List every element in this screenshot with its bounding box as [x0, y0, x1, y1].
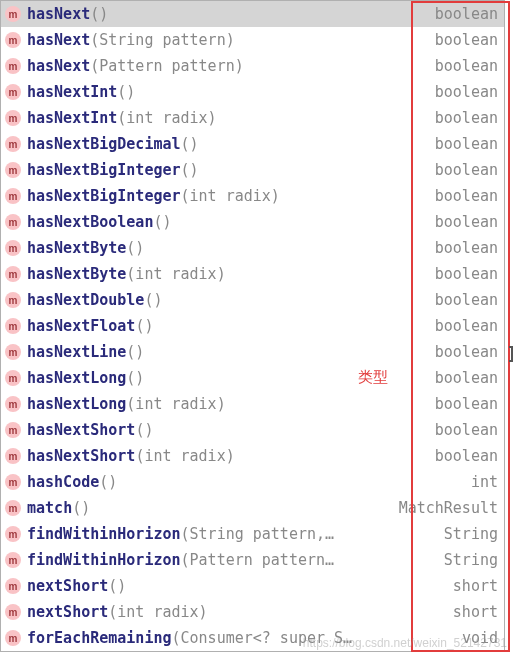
completion-item[interactable]: mhasNextBigInteger()boolean: [1, 157, 504, 183]
method-icon: m: [5, 84, 21, 100]
method-icon: m: [5, 110, 21, 126]
return-type: short: [445, 603, 498, 621]
method-icon: m: [5, 292, 21, 308]
method-params: (String pattern,…: [181, 525, 335, 543]
method-name: nextShort: [27, 577, 108, 595]
method-params: (Pattern pattern…: [181, 551, 335, 569]
method-icon: m: [5, 422, 21, 438]
return-type: boolean: [427, 135, 498, 153]
method-name: hasNextInt: [27, 109, 117, 127]
method-params: (): [117, 83, 135, 101]
completion-item[interactable]: mhasNextLong(int radix)boolean: [1, 391, 504, 417]
return-type: boolean: [427, 421, 498, 439]
method-name: hasNextBigInteger: [27, 187, 181, 205]
method-name: match: [27, 499, 72, 517]
completion-item[interactable]: mhasNextByte()boolean: [1, 235, 504, 261]
return-type: String: [436, 525, 498, 543]
method-name: hasNextBigDecimal: [27, 135, 181, 153]
method-params: (): [99, 473, 117, 491]
completion-item[interactable]: mhasNextInt()boolean: [1, 79, 504, 105]
return-type: boolean: [427, 5, 498, 23]
completion-item[interactable]: mnextShort()short: [1, 573, 504, 599]
method-icon: m: [5, 32, 21, 48]
return-type: boolean: [427, 369, 498, 387]
completion-item[interactable]: mhasNextLine()boolean: [1, 339, 504, 365]
method-params: (int radix): [117, 109, 216, 127]
method-params: (int radix): [126, 265, 225, 283]
method-name: hasNextLong: [27, 395, 126, 413]
completion-item[interactable]: mhasNextLong()boolean: [1, 365, 504, 391]
method-name: findWithinHorizon: [27, 551, 181, 569]
completion-item[interactable]: mhasNextByte(int radix)boolean: [1, 261, 504, 287]
method-icon: m: [5, 344, 21, 360]
return-type: void: [454, 629, 498, 647]
method-name: findWithinHorizon: [27, 525, 181, 543]
method-params: (): [135, 421, 153, 439]
method-name: hasNextShort: [27, 447, 135, 465]
return-type: MatchResult: [391, 499, 498, 517]
return-type: boolean: [427, 83, 498, 101]
return-type: boolean: [427, 161, 498, 179]
completion-item[interactable]: mmatch()MatchResult: [1, 495, 504, 521]
return-type: short: [445, 577, 498, 595]
return-type: boolean: [427, 291, 498, 309]
method-icon: m: [5, 58, 21, 74]
method-params: (): [181, 135, 199, 153]
method-params: (int radix): [135, 447, 234, 465]
return-type: boolean: [427, 395, 498, 413]
completion-item[interactable]: mhasNext(Pattern pattern)boolean: [1, 53, 504, 79]
method-icon: m: [5, 318, 21, 334]
completion-item[interactable]: mhasNextFloat()boolean: [1, 313, 504, 339]
method-params: (): [126, 239, 144, 257]
method-name: hasNext: [27, 31, 90, 49]
method-params: (): [126, 369, 144, 387]
return-type: boolean: [427, 447, 498, 465]
method-name: hasNextShort: [27, 421, 135, 439]
completion-item[interactable]: mhasNextShort(int radix)boolean: [1, 443, 504, 469]
method-icon: m: [5, 500, 21, 516]
method-name: hasNextByte: [27, 239, 126, 257]
completion-item[interactable]: mhasNextShort()boolean: [1, 417, 504, 443]
method-icon: m: [5, 630, 21, 646]
method-name: hasNextLine: [27, 343, 126, 361]
method-name: hasNext: [27, 57, 90, 75]
method-icon: m: [5, 526, 21, 542]
completion-item[interactable]: mhasNextBoolean()boolean: [1, 209, 504, 235]
method-params: (): [108, 577, 126, 595]
method-icon: m: [5, 188, 21, 204]
completion-item[interactable]: mhasNextBigDecimal()boolean: [1, 131, 504, 157]
return-type: boolean: [427, 31, 498, 49]
method-icon: m: [5, 6, 21, 22]
method-name: forEachRemaining: [27, 629, 172, 647]
completion-item[interactable]: mforEachRemaining(Consumer<? super S…voi…: [1, 625, 504, 651]
completion-item[interactable]: mfindWithinHorizon(String pattern,…Strin…: [1, 521, 504, 547]
method-icon: m: [5, 370, 21, 386]
completion-item[interactable]: mhasNextDouble()boolean: [1, 287, 504, 313]
completion-item[interactable]: mhasNext()boolean: [1, 1, 504, 27]
return-type: boolean: [427, 109, 498, 127]
method-name: hasNextLong: [27, 369, 126, 387]
return-type: boolean: [427, 57, 498, 75]
method-icon: m: [5, 448, 21, 464]
method-name: hasNextByte: [27, 265, 126, 283]
method-icon: m: [5, 240, 21, 256]
method-name: hashCode: [27, 473, 99, 491]
method-params: (): [72, 499, 90, 517]
completion-item[interactable]: mhasNext(String pattern)boolean: [1, 27, 504, 53]
completion-item[interactable]: mnextShort(int radix)short: [1, 599, 504, 625]
method-icon: m: [5, 396, 21, 412]
code-completion-popup: mhasNext()booleanmhasNext(String pattern…: [0, 0, 505, 652]
completion-item[interactable]: mhasNextInt(int radix)boolean: [1, 105, 504, 131]
return-type: int: [463, 473, 498, 491]
method-params: (Consumer<? super S…: [172, 629, 353, 647]
method-icon: m: [5, 136, 21, 152]
return-type: boolean: [427, 213, 498, 231]
method-params: (int radix): [108, 603, 207, 621]
completion-item[interactable]: mfindWithinHorizon(Pattern pattern…Strin…: [1, 547, 504, 573]
return-type: boolean: [427, 265, 498, 283]
return-type: boolean: [427, 317, 498, 335]
completion-item[interactable]: mhashCode()int: [1, 469, 504, 495]
method-params: (): [153, 213, 171, 231]
method-params: (): [126, 343, 144, 361]
completion-item[interactable]: mhasNextBigInteger(int radix)boolean: [1, 183, 504, 209]
